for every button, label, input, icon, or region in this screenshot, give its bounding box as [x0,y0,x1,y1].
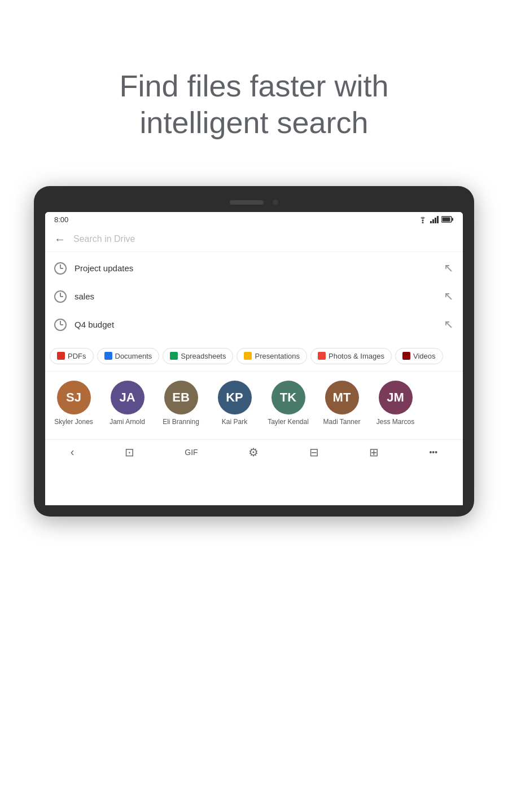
sheet-icon [170,352,178,360]
svg-rect-7 [443,218,450,222]
doc-icon [104,352,112,360]
wifi-icon [418,215,428,223]
svg-line-8 [446,266,452,271]
person-2[interactable]: EB Eli Branning [157,381,205,426]
people-section: SJ Skyler Jones JA Jami Arnold EB Eli Br… [45,372,463,439]
nav-back-icon[interactable]: ‹ [71,445,75,458]
slides-icon [244,352,252,360]
pdf-icon [57,352,65,360]
tablet-device: 8:00 [34,186,474,517]
fill-arrow-2 [444,319,454,330]
tablet-notch [230,200,264,205]
person-name-3: Kai Park [222,418,247,426]
person-1[interactable]: JA Jami Arnold [103,381,151,426]
hero-section: Find files faster with intelligent searc… [0,0,508,186]
nav-keyboard-icon[interactable]: ⊟ [309,445,319,459]
chip-presentations[interactable]: Presentations [237,348,307,364]
status-time: 8:00 [54,215,68,224]
chip-label-presentations: Presentations [255,352,300,360]
chip-spreadsheets[interactable]: Spreadsheets [163,348,233,364]
fill-arrow-1 [444,291,454,302]
svg-rect-1 [430,221,432,223]
avatar-6: JM [379,381,413,414]
back-button[interactable]: ← [54,233,65,246]
person-5[interactable]: MT Madi Tanner [318,381,366,426]
tablet-screen: 8:00 [45,212,463,505]
video-icon [402,352,410,360]
search-placeholder[interactable]: Search in Drive [73,234,135,244]
fill-arrow-0 [444,263,454,273]
person-name-6: Jess Marcos [376,418,414,426]
chip-label-photos: Photos & Images [329,352,384,360]
chip-label-pdfs: PDFs [68,352,86,360]
recent-item-2[interactable]: Q4 budget [45,311,463,339]
filter-chips: PDFs Documents Spreadsheets Presentation… [45,341,463,372]
recent-list: Project updates sales Q4 budget [45,252,463,341]
nav-settings-icon[interactable]: ⚙ [248,445,259,459]
recent-item-0[interactable]: Project updates [45,254,463,283]
tablet-system-nav: ‹ ⊡ GIF ⚙ ⊟ ⊞ ••• [45,439,463,469]
nav-overview-icon[interactable]: ⊡ [125,445,134,459]
chip-label-spreadsheets: Spreadsheets [181,352,226,360]
clock-icon [54,262,67,275]
tablet-bottom-bezel [45,505,463,517]
person-name-5: Madi Tanner [323,418,361,426]
person-3[interactable]: KP Kai Park [211,381,259,426]
person-4[interactable]: TK Tayler Kendal [264,381,312,426]
person-6[interactable]: JM Jess Marcos [371,381,419,426]
svg-rect-4 [437,216,439,223]
status-bar: 8:00 [45,212,463,227]
chip-label-videos: Videos [413,352,436,360]
avatar-0: SJ [57,381,91,414]
recent-item-1[interactable]: sales [45,283,463,311]
svg-line-9 [446,294,452,299]
clock-icon-1 [54,290,67,303]
signal-icon [430,215,439,223]
avatar-4: TK [271,381,305,414]
avatar-1: JA [111,381,144,414]
chip-photos[interactable]: Photos & Images [310,348,392,364]
clock-icon-2 [54,319,67,331]
recent-text-0: Project updates [75,263,133,273]
svg-rect-6 [452,218,454,221]
nav-clipboard-icon[interactable]: ⊞ [369,445,379,459]
chip-videos[interactable]: Videos [395,348,443,364]
avatar-2: EB [164,381,198,414]
tablet-camera-bar [45,200,463,205]
status-icons [418,215,454,223]
nav-more-icon[interactable]: ••• [429,448,437,457]
svg-rect-2 [432,219,434,223]
nav-gif-label[interactable]: GIF [185,448,198,457]
chip-pdfs[interactable]: PDFs [50,348,94,364]
hero-title: Find files faster with intelligent searc… [45,68,463,141]
photos-icon [318,352,326,360]
person-name-4: Tayler Kendal [268,418,309,426]
chip-label-documents: Documents [115,352,152,360]
person-0[interactable]: SJ Skyler Jones [50,381,98,426]
person-name-1: Jami Arnold [110,418,145,426]
svg-point-0 [422,222,424,224]
avatar-5: MT [325,381,359,414]
svg-line-10 [446,322,452,328]
battery-icon [441,216,454,223]
recent-text-2: Q4 budget [75,320,114,329]
svg-rect-3 [435,218,436,223]
recent-text-1: sales [75,292,94,301]
chip-documents[interactable]: Documents [97,348,160,364]
avatar-3: KP [218,381,252,414]
person-name-2: Eli Branning [163,418,199,426]
tablet-camera [273,200,278,205]
person-name-0: Skyler Jones [54,418,93,426]
search-bar[interactable]: ← Search in Drive [45,227,463,252]
